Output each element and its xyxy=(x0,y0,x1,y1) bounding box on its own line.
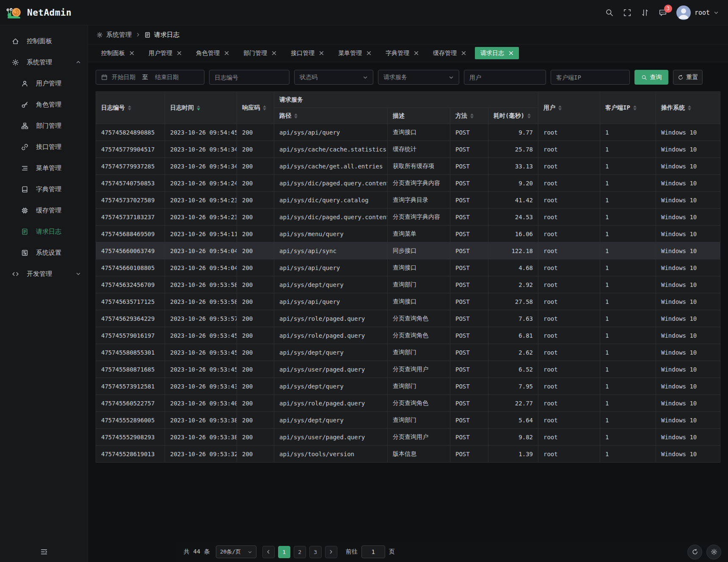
status-placeholder: 状态码 xyxy=(300,74,317,81)
page-size-select[interactable]: 20条/页 xyxy=(216,545,256,558)
col-header-os[interactable]: 操作系统 xyxy=(656,92,720,124)
sidebar-item-system[interactable]: 系统管理 xyxy=(0,52,88,73)
cell-status-code: 200 xyxy=(237,446,274,463)
close-icon[interactable] xyxy=(461,51,466,55)
sidebar-item-users[interactable]: 用户管理 xyxy=(0,73,88,94)
tab-dictionary[interactable]: 字典管理 xyxy=(380,47,424,59)
table-row[interactable]: 475745740750853 2023-10-26 09:54:24 200 … xyxy=(96,175,720,192)
cell-method: POST xyxy=(450,344,488,361)
sidebar-item-departments[interactable]: 部门管理 xyxy=(0,115,88,136)
table-row[interactable]: 475745580871685 2023-10-26 09:53:45 200 … xyxy=(96,361,720,378)
tab-dashboard[interactable]: 控制面板 xyxy=(96,47,140,59)
table-row[interactable]: 475745779937285 2023-10-26 09:54:34 200 … xyxy=(96,158,720,175)
sidebar-item-roles[interactable]: 角色管理 xyxy=(0,94,88,115)
table-row[interactable]: 475745635717125 2023-10-26 09:53:58 200 … xyxy=(96,293,720,310)
col-header-status-code[interactable]: 响应码 xyxy=(237,92,274,124)
close-icon[interactable] xyxy=(177,51,182,55)
table-row[interactable]: 475745660063749 2023-10-26 09:54:04 200 … xyxy=(96,242,720,259)
sidebar-item-settings[interactable]: 系统设置 xyxy=(0,242,88,263)
sidebar-item-development[interactable]: 开发管理 xyxy=(0,263,88,284)
query-button[interactable]: 查询 xyxy=(634,70,668,85)
cell-log-time: 2023-10-26 09:53:58 xyxy=(165,276,237,293)
sidebar-item-request-logs[interactable]: 请求日志 xyxy=(0,221,88,242)
arrows-swap-icon[interactable] xyxy=(641,8,649,17)
page-button-3[interactable]: 3 xyxy=(309,546,322,558)
breadcrumb-section[interactable]: 系统管理 xyxy=(97,31,132,39)
tab-request-logs[interactable]: 请求日志 xyxy=(475,47,519,59)
cell-log-time: 2023-10-26 09:53:32 xyxy=(165,446,237,463)
table-row[interactable]: 475745660108805 2023-10-26 09:54:04 200 … xyxy=(96,259,720,276)
page-button-1[interactable]: 1 xyxy=(278,546,290,558)
col-header-log-time[interactable]: 日志时间 xyxy=(165,92,237,124)
table-row[interactable]: 475745737027589 2023-10-26 09:54:23 200 … xyxy=(96,192,720,209)
col-header-client-ip[interactable]: 客户端IP xyxy=(600,92,656,124)
reset-button[interactable]: 重置 xyxy=(673,70,703,85)
cell-os: Windows 10 xyxy=(656,124,720,141)
table-row[interactable]: 475745560522757 2023-10-26 09:53:40 200 … xyxy=(96,395,720,412)
log-id-input[interactable] xyxy=(210,70,289,84)
table-row[interactable]: 475745779904517 2023-10-26 09:54:34 200 … xyxy=(96,141,720,158)
tab-cache[interactable]: 缓存管理 xyxy=(427,47,472,59)
table-row[interactable]: 475745632456709 2023-10-26 09:53:58 200 … xyxy=(96,276,720,293)
client-ip-input[interactable] xyxy=(551,70,629,84)
table-row[interactable]: 475745737183237 2023-10-26 09:54:23 200 … xyxy=(96,209,720,226)
sidebar-item-cache[interactable]: 缓存管理 xyxy=(0,200,88,221)
status-code-select[interactable]: 状态码 xyxy=(294,70,373,85)
tab-apis[interactable]: 接口管理 xyxy=(285,47,329,59)
tab-users[interactable]: 用户管理 xyxy=(143,47,187,59)
cpu-icon xyxy=(21,207,28,214)
close-icon[interactable] xyxy=(509,51,513,55)
prev-page-button[interactable] xyxy=(262,546,275,558)
tab-roles[interactable]: 角色管理 xyxy=(190,47,234,59)
sidebar-item-dashboard[interactable]: 控制面板 xyxy=(0,30,88,52)
close-icon[interactable] xyxy=(319,51,324,55)
date-range-picker[interactable]: 开始日期 至 结束日期 xyxy=(96,70,204,85)
col-header-log-id[interactable]: 日志编号 xyxy=(96,92,165,124)
col-header-path[interactable]: 路径 xyxy=(274,108,388,124)
cell-client-ip: 1 xyxy=(600,276,656,293)
search-icon[interactable] xyxy=(605,8,614,17)
col-header-user[interactable]: 用户 xyxy=(538,92,600,124)
close-icon[interactable] xyxy=(130,51,134,55)
tab-departments[interactable]: 部门管理 xyxy=(238,47,282,59)
refresh-button[interactable] xyxy=(687,545,702,559)
service-select[interactable]: 请求服务 xyxy=(378,70,459,85)
close-icon[interactable] xyxy=(414,51,419,55)
sidebar-item-dictionary[interactable]: 字典管理 xyxy=(0,179,88,200)
table-row[interactable]: 475745579016197 2023-10-26 09:53:45 200 … xyxy=(96,327,720,344)
brand[interactable]: NetAdmin xyxy=(6,5,72,20)
close-icon[interactable] xyxy=(272,51,276,55)
tab-menus[interactable]: 菜单管理 xyxy=(333,47,377,59)
table-row[interactable]: 475745573912581 2023-10-26 09:53:43 200 … xyxy=(96,378,720,395)
table-row[interactable]: 475745629364229 2023-10-26 09:53:57 200 … xyxy=(96,310,720,327)
col-header-duration[interactable]: 耗时(毫秒) xyxy=(488,108,538,124)
table-row[interactable]: 475745824890885 2023-10-26 09:54:45 200 … xyxy=(96,124,720,141)
fullscreen-icon[interactable] xyxy=(623,8,631,17)
table-row[interactable]: 475745688469509 2023-10-26 09:54:11 200 … xyxy=(96,226,720,242)
settings-button[interactable] xyxy=(706,545,721,559)
cell-user: root xyxy=(538,293,600,310)
user-input[interactable] xyxy=(464,70,546,84)
sidebar-collapse-button[interactable] xyxy=(0,542,88,562)
goto-label: 前往 xyxy=(346,548,358,556)
next-page-button[interactable] xyxy=(325,546,337,558)
table-row[interactable]: 475745552896005 2023-10-26 09:53:38 200 … xyxy=(96,412,720,429)
col-header-method[interactable]: 方法 xyxy=(450,108,488,124)
sidebar-item-apis[interactable]: 接口管理 xyxy=(0,136,88,157)
user-menu[interactable]: root xyxy=(676,6,719,20)
table-row[interactable]: 475745580855301 2023-10-26 09:53:45 200 … xyxy=(96,344,720,361)
close-icon[interactable] xyxy=(224,51,229,55)
goto-page-input[interactable] xyxy=(361,545,385,558)
page-button-2[interactable]: 2 xyxy=(294,546,306,558)
table-row[interactable]: 475745528619013 2023-10-26 09:53:32 200 … xyxy=(96,446,720,463)
cell-log-id: 475745632456709 xyxy=(96,276,165,293)
notifications-button[interactable]: 3 xyxy=(659,8,667,17)
sidebar-item-menus[interactable]: 菜单管理 xyxy=(0,157,88,179)
table-row[interactable]: 475745552908293 2023-10-26 09:53:38 200 … xyxy=(96,429,720,446)
cell-log-time: 2023-10-26 09:54:24 xyxy=(165,175,237,192)
breadcrumb-page-label: 请求日志 xyxy=(154,31,179,39)
close-icon[interactable] xyxy=(367,51,371,55)
cell-description: 查询部门 xyxy=(388,412,450,429)
cell-os: Windows 10 xyxy=(656,175,720,192)
key-icon xyxy=(21,101,28,108)
